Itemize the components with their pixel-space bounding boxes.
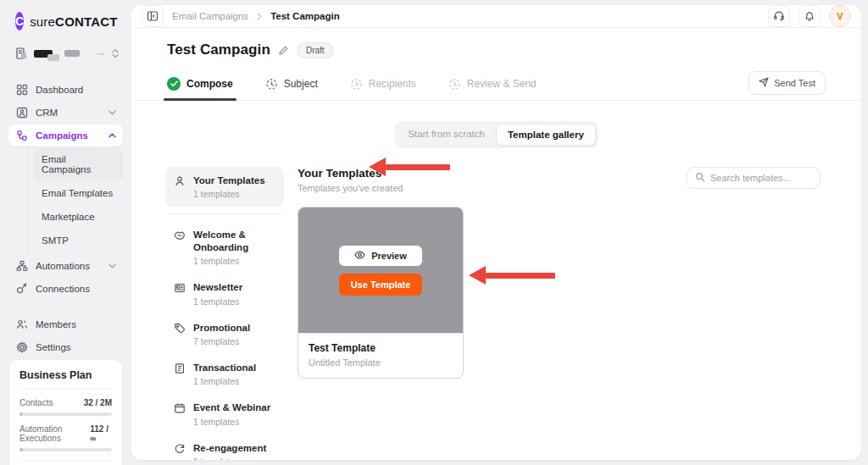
send-test-button[interactable]: Send Test [748, 71, 826, 95]
template-preview-area: Preview Use Template [298, 208, 463, 333]
tab-label: Compose [186, 78, 233, 90]
tab-review-send[interactable]: Review & Send [448, 71, 537, 100]
search-input[interactable] [710, 173, 812, 183]
status-badge: Draft [297, 42, 334, 58]
sidebar-item-label: Dashboard [36, 85, 83, 95]
see-all-usage-link[interactable]: See All Usage ↗ [19, 461, 112, 465]
sidebar-item-campaigns[interactable]: Campaigns [8, 125, 123, 147]
usage-value: 32 / 2M [84, 398, 112, 407]
toggle-template-gallery[interactable]: Template gallery [496, 124, 596, 146]
chevron-down-icon [108, 110, 116, 115]
sidebar-item-settings[interactable]: Settings [8, 336, 123, 358]
sidebar-item-email-campaigns[interactable]: Email Campaigns [33, 148, 123, 180]
nav-spacer [8, 301, 123, 313]
category-promotional[interactable]: Promotional7 templates [165, 314, 284, 354]
receipt-icon: $ [174, 363, 186, 374]
plan-usage-card: Business Plan Contacts 32 / 2M Automatio… [8, 359, 123, 465]
category-newsletter[interactable]: Newsletter1 templates [165, 274, 284, 313]
category-label: Your Templates [193, 174, 265, 186]
organization-icon [15, 47, 29, 60]
sidebar-item-label: Members [36, 319, 76, 329]
brand-logo[interactable]: C sureCONTACT [0, 10, 131, 39]
members-icon [15, 318, 28, 330]
tag-icon [174, 323, 186, 335]
sidebar-item-smtp[interactable]: SMTP [33, 230, 123, 252]
sidebar-item-email-templates[interactable]: Email Templates [33, 182, 123, 204]
sidebar-item-marketplace[interactable]: Marketplace [33, 206, 123, 228]
edit-title-pencil-icon[interactable] [278, 45, 289, 56]
tab-subject[interactable]: Subject [265, 71, 318, 100]
workspace-chevron-updown-icon [111, 48, 120, 58]
plan-title: Business Plan [19, 369, 112, 390]
calendar-icon [174, 402, 186, 414]
sidebar-item-dashboard[interactable]: Dashboard [8, 79, 123, 101]
template-name: Test Template [309, 342, 453, 354]
sidebar: C sureCONTACT ⋯ Dashboard CRM [0, 0, 131, 465]
template-categories: Your Templates1 templates Welcome & Onbo… [165, 167, 284, 460]
notifications-bell-button[interactable] [798, 5, 821, 27]
campaign-editor: Test Campagin Draft Compose Subject Reci [131, 28, 861, 460]
category-re-engagement[interactable]: Re-engagement1 templates [165, 435, 284, 460]
category-count: 7 templates [193, 336, 250, 346]
tab-compose[interactable]: Compose [167, 70, 233, 100]
template-card[interactable]: Preview Use Template Test Template Untit… [298, 207, 464, 379]
breadcrumb-current: Test Campagin [270, 11, 340, 21]
template-subtitle: Untitled Template [309, 357, 453, 368]
sidebar-item-label: Connections [36, 284, 90, 294]
breadcrumb-parent[interactable]: Email Campaigns [172, 11, 248, 21]
category-label: Newsletter [193, 281, 242, 293]
category-transactional[interactable]: $ Transactional1 templates [165, 354, 284, 394]
gallery-subheading: Templates you've created [298, 183, 403, 193]
refresh-icon [174, 443, 186, 455]
category-event-webinar[interactable]: Event & Webinar1 templates [165, 394, 284, 434]
template-search[interactable] [687, 167, 821, 189]
clock-icon [350, 78, 363, 91]
category-count: 1 templates [193, 256, 275, 266]
category-welcome-onboarding[interactable]: Welcome & Onboarding1 templates [165, 221, 284, 274]
connections-icon [15, 283, 28, 295]
usage-label: Automation Executions [19, 424, 90, 443]
gallery-panel: Your Templates Templates you've created [298, 167, 821, 460]
tab-label: Review & Send [467, 78, 537, 90]
sidebar-item-members[interactable]: Members [8, 313, 123, 335]
main-panel: Email Campaigns Test Campagin V Test Cam… [131, 5, 861, 460]
preview-button[interactable]: Preview [339, 246, 422, 266]
sidebar-toggle-button[interactable] [142, 5, 164, 27]
automations-icon [15, 260, 28, 272]
toggle-start-from-scratch[interactable]: Start from scratch [397, 124, 496, 146]
send-icon [759, 77, 769, 89]
sidebar-item-label: CRM [36, 108, 58, 118]
category-your-templates[interactable]: Your Templates1 templates [165, 167, 284, 207]
sidebar-item-connections[interactable]: Connections [8, 278, 123, 300]
user-avatar[interactable]: V [829, 5, 851, 27]
tab-recipients[interactable]: Recipients [350, 71, 416, 100]
workspace-selector[interactable]: ⋯ [0, 39, 131, 71]
sidebar-item-crm[interactable]: CRM [8, 102, 123, 124]
sidebar-item-label: Settings [36, 342, 71, 352]
sidebar-item-automations[interactable]: Automations [8, 255, 123, 277]
compose-mode-toggle-row: Start from scratch Template gallery [131, 121, 861, 148]
campaign-title-row: Test Campagin Draft [131, 42, 861, 58]
sidebar-item-label: Campaigns [36, 130, 88, 141]
eye-icon [354, 251, 365, 261]
template-meta: Test Template Untitled Template [298, 333, 463, 378]
use-template-button[interactable]: Use Template [339, 274, 423, 296]
workspace-subtext-redacted [47, 54, 59, 61]
topbar: Email Campaigns Test Campagin V [131, 5, 861, 28]
clock-icon [265, 78, 278, 91]
sidebar-nav: Dashboard CRM Campaigns Email Campaigns … [0, 78, 131, 359]
category-label: Welcome & Onboarding [193, 229, 275, 253]
step-tabs: Compose Subject Recipients Review & Send… [131, 70, 861, 101]
search-icon [695, 170, 705, 185]
dashboard-icon [15, 84, 28, 96]
support-headset-button[interactable] [768, 5, 790, 27]
welcome-hand-icon [174, 230, 186, 241]
usage-label: Contacts [19, 398, 53, 407]
crm-icon [15, 107, 28, 119]
campaigns-icon [15, 130, 28, 141]
sidebar-item-label: Automations [36, 261, 90, 271]
brand-logo-icon: C [15, 12, 24, 30]
category-label: Event & Webinar [193, 401, 270, 413]
category-count: 1 templates [193, 189, 265, 199]
check-circle-icon [167, 77, 181, 91]
